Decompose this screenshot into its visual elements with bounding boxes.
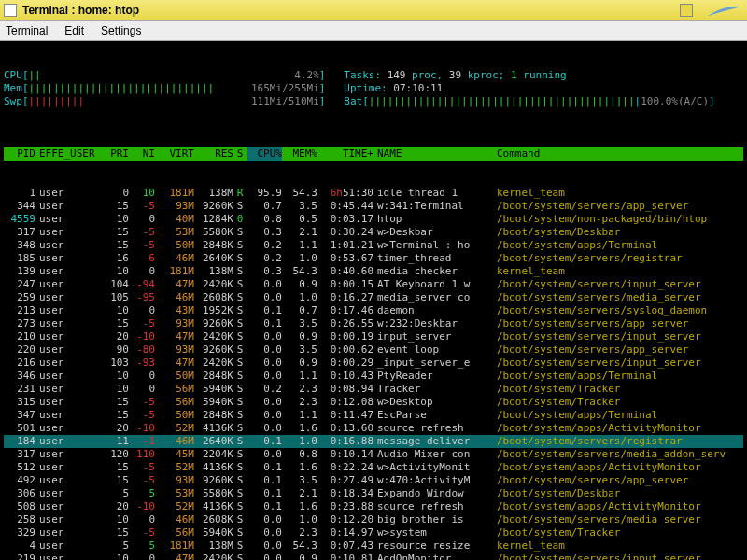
- process-row[interactable]: 306user5553M5580KS0.12.10:18.34Expando W…: [4, 487, 743, 500]
- process-row[interactable]: 317user120-11045M2204KS0.00.80:10.14Audi…: [4, 448, 743, 461]
- process-row[interactable]: 216user103-9347M2420KS0.00.90:00.29_inpu…: [4, 357, 743, 370]
- process-row[interactable]: 231user10056M5940KS0.22.30:08.94Tracker/…: [4, 383, 743, 396]
- process-row[interactable]: 4user55181M138MS0.054.30:07.43resource r…: [4, 539, 743, 553]
- process-row[interactable]: 139user100181M138MS0.354.30:40.60media c…: [4, 265, 743, 278]
- process-row[interactable]: 220user90-8093M9260KS0.03.50:00.62event …: [4, 343, 743, 357]
- process-row[interactable]: 210user20-1047M2420KS0.00.90:00.19input_…: [4, 330, 743, 343]
- menu-edit[interactable]: Edit: [64, 24, 84, 37]
- process-row[interactable]: 317user15-553M5580KS0.32.10:30.24w>Deskb…: [4, 226, 743, 239]
- process-row[interactable]: 219user10047M2420KS0.00.90:10.81AddOnMon…: [4, 553, 743, 560]
- process-row[interactable]: 501user20-1052M4136KS0.01.60:13.60source…: [4, 422, 743, 435]
- close-icon[interactable]: [4, 4, 17, 17]
- process-row[interactable]: 344user15-593M9260KS0.73.50:45.44w:341:T…: [4, 200, 743, 213]
- process-row[interactable]: 1user010181M138MR95.954.36h51:30idle thr…: [4, 187, 743, 200]
- process-row[interactable]: 346user10050M2848KS0.01.10:10.43PtyReade…: [4, 370, 743, 383]
- terminal-content[interactable]: CPU[|| 4.2%] Tasks: 149 proc, 39 kproc; …: [0, 41, 747, 560]
- process-row[interactable]: 185user16-646M2640KS0.21.00:53.67timer_t…: [4, 252, 743, 265]
- process-row[interactable]: 4559user10040M1284K00.80.50:03.17htop/bo…: [4, 213, 743, 226]
- process-row[interactable]: 329user15-556M5940KS0.02.30:14.97w>syste…: [4, 526, 743, 539]
- process-row[interactable]: 348user15-550M2848KS0.21.11:01.21w>Termi…: [4, 239, 743, 252]
- window-title: Terminal : home: htop: [22, 4, 139, 17]
- meters: CPU[|| 4.2%] Tasks: 149 proc, 39 kproc; …: [4, 69, 743, 121]
- process-row[interactable]: 492user15-593M9260KS0.13.50:27.49w:470:A…: [4, 474, 743, 487]
- titlebar[interactable]: Terminal : home: htop: [0, 0, 747, 21]
- process-row[interactable]: 213user10043M1952KS0.10.70:17.46daemon/b…: [4, 304, 743, 317]
- process-row[interactable]: 247user104-9447M2420KS0.00.90:00.15AT Ke…: [4, 278, 743, 291]
- process-row[interactable]: 273user15-593M9260KS0.13.50:26.55w:232:D…: [4, 317, 743, 330]
- menubar: Terminal Edit Settings: [0, 21, 747, 41]
- zoom-icon[interactable]: [680, 4, 693, 17]
- process-list[interactable]: 1user010181M138MR95.954.36h51:30idle thr…: [4, 187, 743, 560]
- menu-settings[interactable]: Settings: [101, 24, 141, 37]
- process-row[interactable]: 184user11-146M2640KS0.11.00:16.88message…: [4, 435, 743, 448]
- terminal-window: Terminal : home: htop Terminal Edit Sett…: [0, 0, 747, 560]
- menu-terminal[interactable]: Terminal: [6, 24, 48, 37]
- process-row[interactable]: 512user15-552M4136KS0.11.60:22.24w>Activ…: [4, 461, 743, 474]
- process-row[interactable]: 258user10046M2608KS0.01.00:12.20big brot…: [4, 513, 743, 526]
- process-row[interactable]: 347user15-550M2848KS0.01.10:11.47EscPars…: [4, 409, 743, 422]
- process-header[interactable]: PIDEFFE_USERPRINIVIRTRESSCPU%MEM%TIME+NA…: [4, 147, 743, 161]
- process-row[interactable]: 259user105-9546M2608KS0.01.00:16.27media…: [4, 291, 743, 304]
- process-row[interactable]: 508user20-1052M4136KS0.11.60:23.88source…: [4, 500, 743, 513]
- process-row[interactable]: 315user15-556M5940KS0.02.30:12.08w>Deskt…: [4, 396, 743, 409]
- feather-icon: [706, 3, 743, 18]
